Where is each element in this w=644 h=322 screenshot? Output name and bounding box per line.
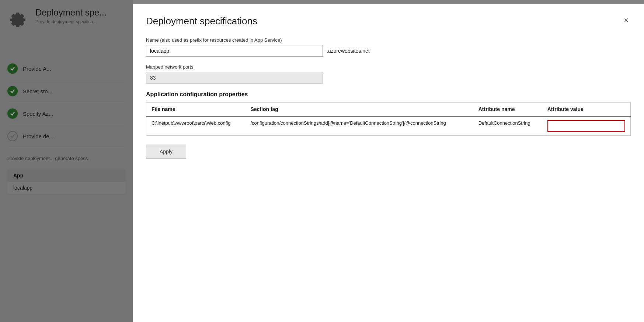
col-file-name: File name [146, 103, 246, 117]
name-input[interactable] [146, 45, 323, 57]
modal-header: Deployment specifications × [146, 15, 631, 27]
domain-suffix: .azurewebsites.net [327, 48, 370, 54]
config-table-body: C:\inetpub\wwwroot\parts\Web.config /con… [146, 116, 631, 136]
cell-section-tag: /configuration/connectionStrings/add[@na… [245, 116, 473, 136]
name-label: Name (also used as prefix for resources … [146, 37, 631, 43]
cell-file-name: C:\inetpub\wwwroot\parts\Web.config [146, 116, 246, 136]
cell-attribute-value [542, 116, 631, 136]
col-attribute-name: Attribute name [473, 103, 542, 117]
modal-title: Deployment specifications [146, 15, 257, 27]
col-section-tag: Section tag [245, 103, 473, 117]
config-section: Application configuration properties Fil… [146, 91, 631, 136]
table-row: C:\inetpub\wwwroot\parts\Web.config /con… [146, 116, 631, 136]
config-table-head: File name Section tag Attribute name Att… [146, 103, 631, 117]
ports-label: Mapped network ports [146, 64, 631, 70]
config-section-title: Application configuration properties [146, 91, 631, 98]
name-row: .azurewebsites.net [146, 45, 631, 57]
cell-attribute-name: DefaultConnectionString [473, 116, 542, 136]
modal-dialog: Deployment specifications × Name (also u… [133, 4, 644, 322]
ports-field-group: Mapped network ports [146, 64, 631, 84]
attribute-value-input[interactable] [547, 120, 625, 132]
ports-input[interactable] [146, 72, 323, 84]
col-attribute-value: Attribute value [542, 103, 631, 117]
config-table-header-row: File name Section tag Attribute name Att… [146, 103, 631, 117]
name-field-group: Name (also used as prefix for resources … [146, 37, 631, 57]
apply-button[interactable]: Apply [146, 145, 186, 159]
close-button[interactable]: × [622, 15, 631, 25]
config-table: File name Section tag Attribute name Att… [146, 102, 631, 136]
